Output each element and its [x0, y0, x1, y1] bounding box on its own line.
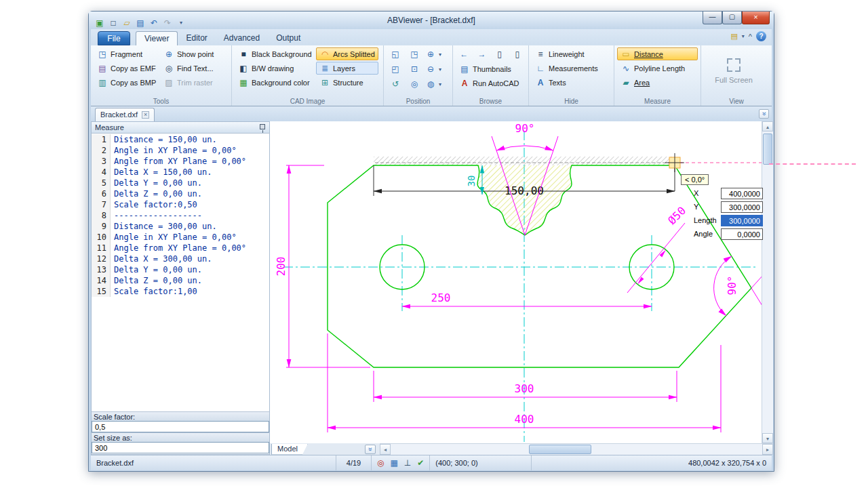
pin-icon[interactable]: [260, 124, 265, 129]
ortho-toggle-icon[interactable]: ⊥: [404, 458, 411, 468]
next-page-button[interactable]: ▯: [509, 47, 526, 61]
tab-output[interactable]: Output: [268, 31, 309, 45]
group-tools: ◳Fragment ▤Copy as EMF ▥Copy as BMP ⊕Sho…: [91, 45, 232, 106]
title-bar[interactable]: ▣ □ ▱ ▤ ↶ ↷ ▾ ABViewer - [Bracket.dxf] —…: [89, 12, 774, 29]
tab-advanced[interactable]: Advanced: [216, 31, 268, 45]
scale-factor-input[interactable]: 0,5: [92, 421, 269, 432]
document-tab-close-icon[interactable]: ×: [142, 111, 149, 119]
y-input[interactable]: 300,0000: [721, 201, 763, 213]
prev-page-button[interactable]: ▯: [492, 47, 508, 61]
style-dropdown-icon[interactable]: ▤: [730, 32, 737, 41]
find-text-button[interactable]: ◎Find Text...: [160, 62, 217, 75]
grid-toggle-icon[interactable]: ▦: [390, 458, 397, 468]
zoom-extents-dropdown-icon[interactable]: ▾: [439, 81, 441, 87]
scroll-down-icon[interactable]: ▾: [762, 433, 773, 443]
find-text-icon: ◎: [163, 64, 174, 73]
structure-button[interactable]: ⊞Structure: [316, 76, 378, 89]
zoom-selection-button[interactable]: ⊡: [406, 62, 423, 76]
area-button[interactable]: ▰Area: [617, 76, 698, 89]
line-text: Delta X = 150,00 un.: [111, 167, 212, 178]
line-text: Angle from XY Plane = 0,00°: [111, 156, 246, 167]
zoom-previous-button[interactable]: ◎: [406, 77, 423, 91]
tab-list-chevron-button[interactable]: «: [759, 109, 769, 119]
full-screen-button[interactable]: Full Screen: [704, 47, 764, 95]
measure-list[interactable]: 1Distance = 150,00 un.2Angle in XY Plane…: [92, 134, 269, 411]
pan-button[interactable]: ◱: [387, 47, 404, 61]
copy-as-emf-button[interactable]: ▤Copy as EMF: [94, 62, 159, 75]
vertical-scroll-thumb[interactable]: [763, 134, 772, 165]
file-menu-button[interactable]: File: [98, 31, 130, 45]
measure-line: 14Delta Z = 0,00 un.: [92, 275, 269, 286]
measure-panel-header[interactable]: Measure: [92, 122, 269, 134]
horizontal-scroll-thumb[interactable]: [529, 445, 591, 454]
forward-button[interactable]: →: [473, 47, 490, 61]
group-label-measure: Measure: [614, 98, 701, 105]
arcs-splitted-button[interactable]: ◠Arcs Splitted: [316, 47, 378, 60]
scroll-right-icon[interactable]: ▸: [762, 444, 773, 455]
snap-toggle-icon[interactable]: ◎: [377, 458, 384, 468]
back-button[interactable]: ←: [456, 47, 472, 61]
bw-drawing-button[interactable]: ◧B/W drawing: [235, 62, 315, 75]
copy-as-bmp-button[interactable]: ▥Copy as BMP: [94, 76, 159, 89]
document-tab-bracket[interactable]: Bracket.dxf ×: [95, 108, 155, 121]
tab-editor[interactable]: Editor: [178, 31, 215, 45]
maximize-button[interactable]: ▢: [722, 12, 742, 24]
fit-page-button[interactable]: ◰: [387, 62, 404, 76]
help-icon[interactable]: ?: [756, 31, 766, 41]
scroll-up-icon[interactable]: ▴: [762, 121, 773, 131]
notch-hatch: [477, 165, 572, 235]
line-number: 9: [92, 221, 111, 232]
zoom-out-icon: ⊖: [425, 64, 436, 74]
group-label-position: Position: [384, 98, 452, 105]
set-size-input[interactable]: 300: [92, 442, 269, 453]
dim-dia50-label: Ø50: [665, 204, 688, 227]
style-dropdown-arrow-icon[interactable]: ▾: [742, 33, 745, 39]
thumbnails-button[interactable]: ▤Thumbnails: [456, 62, 526, 75]
collapse-ribbon-icon[interactable]: ^: [749, 33, 752, 41]
copy-emf-icon: ▤: [97, 64, 108, 73]
black-background-button[interactable]: ■Black Background: [235, 47, 315, 60]
x-input[interactable]: 400,0000: [721, 188, 763, 199]
show-point-button[interactable]: ⊕Show point: [160, 47, 217, 60]
snap-marker: [665, 153, 684, 172]
distance-button[interactable]: ▭Distance: [617, 47, 698, 60]
zoom-window-button[interactable]: ◳: [406, 47, 423, 61]
tab-viewer[interactable]: Viewer: [136, 31, 178, 45]
zoom-out-dropdown-icon[interactable]: ▾: [439, 66, 441, 73]
minimize-button[interactable]: —: [703, 12, 722, 24]
horizontal-scrollbar[interactable]: ◂ ▸: [380, 443, 773, 455]
measure-line: 2Angle in XY Plane = 0,00°: [92, 145, 269, 156]
length-input[interactable]: 300,0000: [721, 215, 763, 226]
line-number: 2: [92, 145, 111, 156]
line-text: Scale factor:1,00: [111, 286, 197, 297]
trim-raster-button[interactable]: ▨Trim raster: [160, 76, 217, 89]
texts-button[interactable]: ATexts: [532, 76, 611, 89]
lineweight-button[interactable]: ≡Lineweight: [532, 47, 611, 60]
zoom-extents-button[interactable]: ◍▾: [425, 77, 442, 91]
zoom-out-button[interactable]: ⊖▾: [425, 62, 442, 76]
group-view: Full Screen View: [701, 45, 772, 106]
background-color-button[interactable]: ▦Background color: [235, 76, 315, 89]
zoom-in-dropdown-icon[interactable]: ▾: [439, 52, 441, 58]
draw-ok-icon[interactable]: ✔: [417, 458, 424, 468]
scroll-left-icon[interactable]: ◂: [380, 444, 391, 455]
zoom-in-button[interactable]: ⊕▾: [425, 47, 442, 61]
run-autocad-button[interactable]: ARun AutoCAD: [456, 77, 526, 89]
measure-line: 15Scale factor:1,00: [92, 286, 269, 297]
angle-input[interactable]: 0,0000: [721, 228, 763, 240]
drawing-canvas[interactable]: 150,00: [270, 121, 762, 443]
ribbon-right-controls: ▤ ▾ ^ ?: [730, 31, 766, 41]
model-tab[interactable]: Model: [271, 444, 308, 455]
layers-button[interactable]: ≣Layers: [316, 62, 378, 75]
polyline-length-button[interactable]: ∿Polyline Length: [617, 62, 698, 75]
show-point-icon: ⊕: [163, 49, 174, 59]
measurements-button[interactable]: ∟Measurements: [532, 62, 611, 75]
rotate-icon: ↺: [390, 79, 401, 89]
fit-page-icon: ◰: [390, 64, 401, 74]
line-number: 14: [92, 275, 111, 286]
close-button[interactable]: ×: [742, 12, 770, 24]
vertical-scrollbar[interactable]: ▴ ▾: [762, 121, 773, 443]
fragment-button[interactable]: ◳Fragment: [94, 47, 159, 60]
layout-chevron-button[interactable]: «: [365, 445, 376, 454]
rotate-button[interactable]: ↺: [387, 77, 404, 91]
